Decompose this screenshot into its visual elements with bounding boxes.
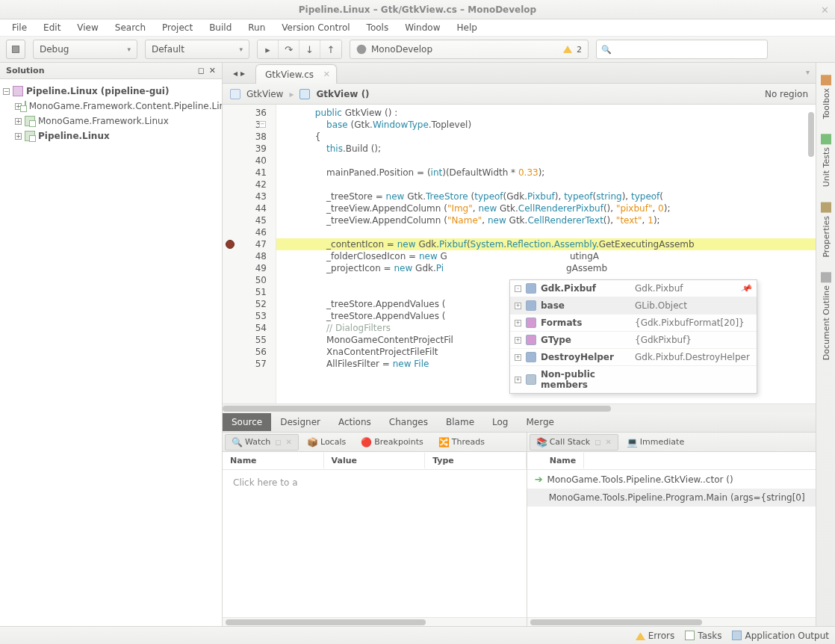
- tooltip-row[interactable]: +baseGLib.Object: [510, 297, 757, 315]
- menu-project[interactable]: Project: [155, 21, 200, 34]
- menu-view[interactable]: View: [69, 21, 105, 34]
- solution-icon: [13, 86, 23, 96]
- breakpoint-icon[interactable]: [226, 240, 235, 249]
- close-icon[interactable]: ✕: [821, 4, 829, 16]
- chevron-down-icon[interactable]: ▾: [806, 68, 810, 76]
- current-frame-icon: ➔: [535, 474, 543, 485]
- class-icon: [230, 89, 240, 99]
- member-icon: [526, 374, 536, 385]
- menu-version-control[interactable]: Version Control: [274, 21, 357, 34]
- close-icon[interactable]: ✕: [605, 438, 611, 446]
- menu-tools[interactable]: Tools: [359, 21, 397, 34]
- close-icon[interactable]: ◻: [595, 438, 600, 446]
- search-icon: 🔍: [601, 45, 612, 55]
- menu-build[interactable]: Build: [202, 21, 239, 34]
- solution-header: Solution ◻✕: [0, 63, 222, 79]
- horizontal-scrollbar[interactable]: [223, 403, 816, 412]
- column-header[interactable]: Type: [425, 453, 527, 468]
- tooltip-row[interactable]: +GType{GdkPixbuf}: [510, 332, 757, 349]
- menu-window[interactable]: Window: [397, 21, 447, 34]
- breadcrumb[interactable]: GtkView ▸ GtkView () No region: [223, 84, 816, 105]
- expander-icon[interactable]: +: [515, 354, 521, 361]
- nav-back-button[interactable]: ◂: [233, 68, 238, 78]
- expander-icon[interactable]: +: [15, 118, 22, 125]
- watch-pad: 🔍Watch◻✕📦Locals🔴Breakpoints🔀Threads Name…: [223, 433, 527, 626]
- pad-tab-watch[interactable]: 🔍Watch◻✕: [225, 434, 299, 451]
- menu-file[interactable]: File: [4, 21, 34, 34]
- immediate-icon: 💻: [627, 437, 637, 448]
- menu-edit[interactable]: Edit: [36, 21, 68, 34]
- menu-help[interactable]: Help: [449, 21, 484, 34]
- close-icon[interactable]: ✕: [286, 438, 292, 446]
- tasks-button[interactable]: Tasks: [685, 631, 721, 641]
- stack-frame[interactable]: ➔MonoGame.Tools.Pipeline.GtkView..ctor (…: [527, 470, 816, 489]
- output-button[interactable]: Application Output: [732, 631, 829, 641]
- tooltip-row[interactable]: +DestroyHelperGdk.Pixbuf.DestroyHelper: [510, 349, 757, 366]
- column-header[interactable]: Name: [542, 453, 585, 468]
- rail-document-outline[interactable]: Document Outline: [821, 267, 831, 365]
- pad-tab-locals[interactable]: 📦Locals: [300, 434, 353, 451]
- config-combo[interactable]: Debug▾: [33, 40, 137, 59]
- watch-placeholder[interactable]: Click here to a: [223, 470, 527, 495]
- horizontal-scrollbar[interactable]: [527, 617, 816, 626]
- solution-project[interactable]: +MonoGame.Framework.Linux: [1, 114, 220, 129]
- rail-properties[interactable]: Properties: [821, 198, 831, 262]
- expander-icon[interactable]: +: [515, 303, 521, 309]
- run-button[interactable]: ▸: [258, 40, 279, 58]
- rail-toolbox[interactable]: Toolbox: [821, 70, 831, 123]
- column-header[interactable]: Value: [324, 453, 426, 468]
- file-tab[interactable]: GtkView.cs✕: [255, 64, 337, 84]
- view-tab-actions[interactable]: Actions: [329, 413, 380, 431]
- pad-icon: [821, 272, 831, 282]
- expander-icon[interactable]: +: [15, 133, 22, 140]
- member-icon: [526, 283, 536, 294]
- view-tab-log[interactable]: Log: [483, 413, 517, 431]
- pad-close-icon[interactable]: ✕: [209, 66, 216, 75]
- tooltip-row[interactable]: +Formats{Gdk.PixbufFormat[20]}: [510, 315, 757, 332]
- view-tab-source[interactable]: Source: [223, 413, 271, 431]
- callstack-pad: 📚Call Stack◻✕💻Immediate Name ➔MonoGame.T…: [527, 433, 816, 626]
- gutter[interactable]: 3637−38394041424344454647484950515253545…: [223, 105, 276, 403]
- solution-project[interactable]: +MonoGame.Framework.Content.Pipeline.Lin…: [1, 99, 220, 114]
- errors-button[interactable]: Errors: [636, 631, 675, 641]
- step-out-button[interactable]: ↑: [320, 40, 341, 58]
- solution-project[interactable]: +Pipeline.Linux: [1, 129, 220, 143]
- solution-tree[interactable]: −Pipeline.Linux (pipeline-gui) +MonoGame…: [0, 79, 222, 148]
- expander-icon[interactable]: -: [515, 285, 521, 292]
- view-tab-blame[interactable]: Blame: [437, 413, 483, 431]
- pin-icon[interactable]: 📌: [740, 282, 754, 294]
- tooltip-row[interactable]: -Gdk.PixbufGdk.Pixbuf📌: [510, 280, 757, 297]
- stop-button[interactable]: [6, 40, 25, 59]
- tooltip-row[interactable]: +Non-public members: [510, 366, 757, 393]
- debug-tooltip[interactable]: -Gdk.PixbufGdk.Pixbuf📌+baseGLib.Object+F…: [509, 279, 757, 394]
- rail-unit-tests[interactable]: Unit Tests: [821, 129, 831, 191]
- pad-icon: [821, 75, 831, 85]
- search-input[interactable]: 🔍: [596, 40, 768, 59]
- view-tab-merge[interactable]: Merge: [517, 413, 562, 431]
- step-over-button[interactable]: ↷: [279, 40, 299, 58]
- platform-combo[interactable]: Default▾: [145, 40, 249, 59]
- horizontal-scrollbar[interactable]: [223, 617, 527, 626]
- vertical-scrollbar[interactable]: [808, 112, 814, 157]
- nav-forward-button[interactable]: ▸: [240, 68, 245, 78]
- menu-search[interactable]: Search: [108, 21, 153, 34]
- stack-frame[interactable]: MonoGame.Tools.Pipeline.Program.Main (ar…: [527, 489, 816, 507]
- pad-tab-threads[interactable]: 🔀Threads: [432, 434, 491, 451]
- expander-icon[interactable]: −: [3, 88, 10, 95]
- column-header[interactable]: Name: [223, 453, 324, 468]
- expander-icon[interactable]: +: [515, 337, 521, 344]
- menu-run[interactable]: Run: [240, 21, 273, 34]
- view-tab-designer[interactable]: Designer: [271, 413, 329, 431]
- step-into-button[interactable]: ↓: [299, 40, 320, 58]
- expander-icon[interactable]: +: [515, 377, 521, 383]
- close-tab-icon[interactable]: ✕: [323, 69, 330, 79]
- pad-tab-immediate[interactable]: 💻Immediate: [620, 434, 691, 451]
- fold-icon[interactable]: −: [259, 121, 266, 128]
- view-tab-changes[interactable]: Changes: [380, 413, 437, 431]
- pad-tab-breakpoints[interactable]: 🔴Breakpoints: [354, 434, 430, 451]
- close-icon[interactable]: ◻: [275, 438, 281, 446]
- solution-pad: Solution ◻✕ −Pipeline.Linux (pipeline-gu…: [0, 63, 223, 626]
- pad-tab-call-stack[interactable]: 📚Call Stack◻✕: [530, 434, 618, 451]
- expander-icon[interactable]: +: [515, 320, 521, 326]
- pad-undock-icon[interactable]: ◻: [198, 66, 205, 75]
